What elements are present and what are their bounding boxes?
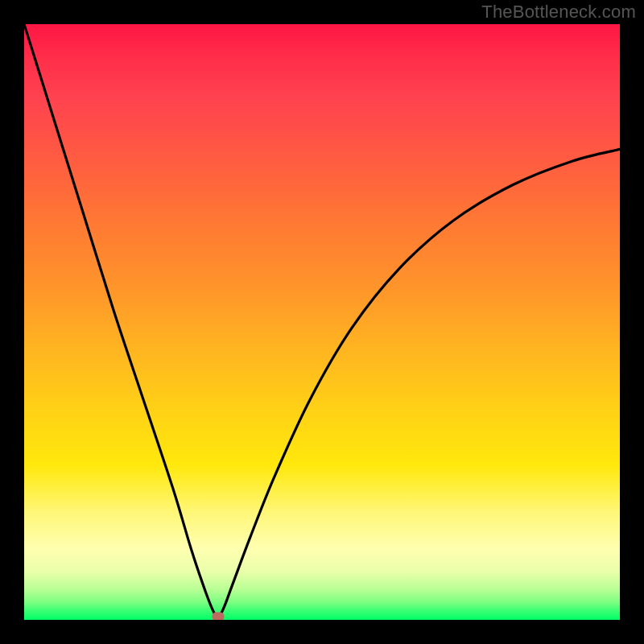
bottleneck-marker: [212, 613, 224, 620]
watermark-text: TheBottleneck.com: [481, 2, 636, 23]
chart-container: TheBottleneck.com: [0, 0, 644, 644]
bottleneck-curve: [24, 24, 620, 617]
curve-svg: [24, 24, 620, 620]
plot-area: [24, 24, 620, 620]
